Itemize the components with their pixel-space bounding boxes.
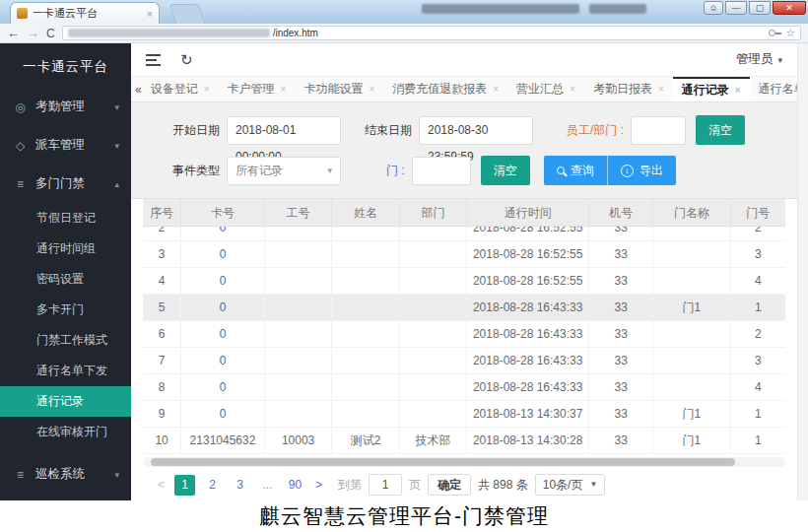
sidebar-toggle-icon[interactable] — [146, 54, 161, 66]
bookmark-star-icon[interactable]: ☆ — [785, 27, 795, 39]
tab-close-icon[interactable]: × — [735, 85, 741, 96]
sidebar-item-patrol-system[interactable]: ≡巡检系统▾ — [0, 455, 131, 494]
sidebar-item-face-fingerprint[interactable]: ✳人脸指纹▾ — [0, 494, 131, 500]
table-row[interactable]: 302018-08-28 16:52:55333 — [143, 241, 785, 268]
tab-device-register[interactable]: 设备登记× — [142, 77, 219, 101]
sidebar-item-attendance[interactable]: ◎考勤管理▾ — [0, 88, 131, 126]
page-size-select[interactable]: 10条/页 ▼ — [535, 474, 606, 496]
minimize-button[interactable]: — — [725, 1, 747, 15]
table-row[interactable]: 202018-08-28 16:52:55332 — [143, 227, 785, 241]
sidebar-item-multi-door-access[interactable]: ≡多门门禁▴ — [0, 165, 131, 203]
url-input[interactable]: /index.htm ☆ — [62, 26, 801, 40]
goto-page-input[interactable]: 1 — [369, 474, 402, 496]
tab-consume-recharge-refund-report[interactable]: 消费充值退款报表× — [383, 77, 507, 101]
tab-close-icon[interactable]: × — [369, 84, 374, 95]
table-row[interactable]: 502018-08-28 16:43:3333门11 — [143, 295, 785, 321]
tab-close-icon[interactable]: × — [658, 84, 664, 95]
tab-close-icon[interactable]: × — [570, 84, 575, 95]
cell-2 — [265, 321, 332, 347]
door-label: 门 : — [386, 163, 405, 179]
next-page-icon[interactable]: > — [312, 478, 325, 492]
profile-button[interactable]: ☺ — [704, 1, 723, 15]
vertical-scrollbar[interactable] — [797, 43, 808, 500]
event-type-select[interactable]: 所有记录 ▾ — [227, 157, 341, 185]
forward-button[interactable]: → — [27, 27, 39, 39]
door-access-icon: ≡ — [12, 177, 29, 191]
column-header-2: 工号 — [265, 199, 332, 226]
start-date-input[interactable]: 2018-08-01 00:00:00 — [227, 116, 341, 145]
browser-tab[interactable]: 一卡通云平台 × — [10, 2, 160, 24]
staff-dept-input[interactable] — [631, 116, 686, 145]
tab-card-function[interactable]: 卡功能设置× — [295, 77, 383, 101]
table-row[interactable]: 402018-08-28 16:52:55334 — [143, 268, 785, 295]
tab-business-summary[interactable]: 营业汇总× — [507, 77, 584, 101]
url-suffix: /index.htm — [273, 28, 769, 38]
cell-6: 33 — [589, 321, 653, 347]
column-header-1: 卡号 — [181, 199, 265, 226]
cell-5: 2018-08-28 16:52:55 — [467, 241, 589, 267]
table-row[interactable]: 902018-08-13 14:30:3733门11 — [143, 401, 785, 428]
cell-4 — [400, 241, 467, 267]
close-button[interactable]: ✕ — [773, 1, 806, 15]
sidebar-subitem-online-review-open[interactable]: 在线审核开门 — [0, 417, 131, 447]
query-button[interactable]: 查询 — [544, 156, 607, 185]
page-button-1[interactable]: 1 — [174, 475, 195, 496]
sidebar-subitem-door-work-mode[interactable]: 门禁工作模式 — [0, 325, 131, 356]
tab-close-icon[interactable]: × — [281, 84, 287, 95]
cell-3 — [332, 401, 399, 427]
cell-3 — [332, 241, 399, 267]
new-tab-button[interactable] — [169, 4, 205, 24]
tab-access-records[interactable]: 通行记录× — [673, 77, 750, 101]
goto-confirm-button[interactable]: 确定 — [428, 474, 471, 496]
column-header-7: 门名称 — [653, 199, 730, 226]
tab-attendance-daily-report[interactable]: 考勤日报表× — [584, 77, 673, 101]
records-table: 序号卡号工号姓名部门通行时间机号门名称门号 202018-08-28 16:52… — [131, 199, 797, 454]
admin-menu[interactable]: 管理员 ▾ — [736, 51, 782, 68]
sidebar-subitem-password-settings[interactable]: 密码设置 — [0, 264, 131, 295]
cell-0: 3 — [143, 241, 181, 267]
sidebar-item-label: 巡检系统 — [35, 466, 114, 483]
page-button-2[interactable]: 2 — [202, 475, 223, 496]
download-icon: ↓ — [621, 165, 634, 177]
sidebar-subitem-access-list-issue[interactable]: 通行名单下发 — [0, 356, 131, 386]
end-date-input[interactable]: 2018-08-30 23:59:59 — [419, 116, 533, 145]
tab-close-icon[interactable]: × — [147, 8, 153, 20]
key-icon[interactable] — [769, 30, 775, 36]
refresh-icon[interactable]: ↻ — [180, 51, 193, 69]
page-button-90[interactable]: 90 — [285, 475, 305, 496]
door-input[interactable] — [412, 157, 471, 185]
tab-close-icon[interactable]: × — [204, 84, 210, 95]
sidebar-subitem-access-time-group[interactable]: 通行时间组 — [0, 233, 131, 264]
cell-3 — [332, 374, 399, 400]
horizontal-scrollbar-thumb[interactable] — [151, 458, 735, 466]
horizontal-scrollbar[interactable] — [143, 457, 785, 467]
total-count: 共 898 条 — [478, 477, 528, 494]
prev-page-icon[interactable]: < — [155, 478, 168, 492]
cell-5: 2018-08-13 14:30:37 — [467, 401, 589, 427]
tab-card-account[interactable]: 卡户管理× — [219, 77, 296, 101]
sidebar-item-vehicle-dispatch[interactable]: ◇派车管理▾ — [0, 126, 131, 165]
cell-3 — [332, 227, 399, 241]
cell-2 — [265, 268, 332, 294]
sidebar-subitem-access-records[interactable]: 通行记录 — [0, 386, 131, 417]
tabs-scroll-left-icon[interactable]: « — [135, 77, 142, 101]
back-button[interactable]: ← — [7, 27, 20, 39]
sidebar-subitem-holiday-register[interactable]: 节假日登记 — [0, 203, 131, 233]
cell-0: 4 — [143, 268, 181, 294]
table-body: 202018-08-28 16:52:55332302018-08-28 16:… — [143, 227, 785, 454]
table-row[interactable]: 702018-08-28 16:43:33333 — [143, 348, 785, 374]
table-row[interactable]: 10213104563210003测试2技术部2018-08-13 14:30:… — [143, 428, 785, 454]
export-button[interactable]: ↓ 导出 — [607, 156, 676, 185]
cell-5: 2018-08-28 16:43:33 — [467, 321, 589, 347]
sidebar-title: 一卡通云平台 — [0, 43, 131, 88]
clear-staff-button[interactable]: 清空 — [696, 115, 745, 145]
clear-door-button[interactable]: 清空 — [481, 156, 530, 185]
sidebar-subitem-multi-card-open[interactable]: 多卡开门 — [0, 295, 131, 325]
reload-button[interactable]: C — [46, 27, 55, 40]
maximize-button[interactable]: ▢ — [749, 1, 771, 15]
table-row[interactable]: 802018-08-28 16:43:33334 — [143, 374, 785, 401]
caption: 麒云智慧云管理平台-门禁管理 — [259, 502, 549, 530]
page-button-3[interactable]: 3 — [230, 475, 250, 496]
table-row[interactable]: 602018-08-28 16:43:33332 — [143, 321, 785, 348]
tab-close-icon[interactable]: × — [493, 84, 499, 95]
